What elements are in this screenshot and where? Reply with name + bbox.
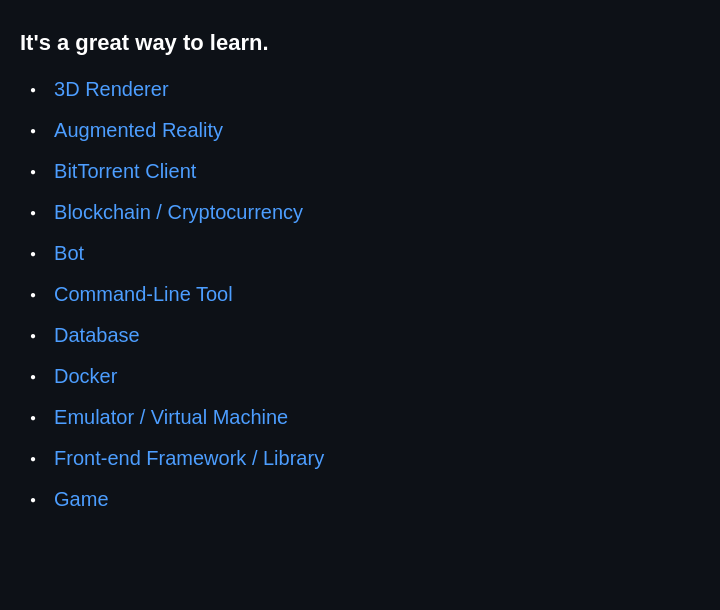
category-link-4[interactable]: Bot bbox=[54, 242, 84, 265]
list-item: ●Docker bbox=[30, 365, 700, 388]
list-item: ●Game bbox=[30, 488, 700, 511]
category-link-10[interactable]: Game bbox=[54, 488, 108, 511]
category-link-5[interactable]: Command-Line Tool bbox=[54, 283, 233, 306]
list-item: ●BitTorrent Client bbox=[30, 160, 700, 183]
list-item: ●Command-Line Tool bbox=[30, 283, 700, 306]
category-link-8[interactable]: Emulator / Virtual Machine bbox=[54, 406, 288, 429]
category-link-2[interactable]: BitTorrent Client bbox=[54, 160, 196, 183]
category-list: ●3D Renderer●Augmented Reality●BitTorren… bbox=[20, 78, 700, 511]
category-link-1[interactable]: Augmented Reality bbox=[54, 119, 223, 142]
bullet-icon: ● bbox=[30, 207, 36, 218]
bullet-icon: ● bbox=[30, 248, 36, 259]
list-item: ●Emulator / Virtual Machine bbox=[30, 406, 700, 429]
category-link-7[interactable]: Docker bbox=[54, 365, 117, 388]
page-heading: It's a great way to learn. bbox=[20, 30, 700, 56]
bullet-icon: ● bbox=[30, 494, 36, 505]
bullet-icon: ● bbox=[30, 84, 36, 95]
bullet-icon: ● bbox=[30, 412, 36, 423]
bullet-icon: ● bbox=[30, 371, 36, 382]
bullet-icon: ● bbox=[30, 330, 36, 341]
list-item: ●3D Renderer bbox=[30, 78, 700, 101]
bullet-icon: ● bbox=[30, 453, 36, 464]
list-item: ●Database bbox=[30, 324, 700, 347]
category-link-9[interactable]: Front-end Framework / Library bbox=[54, 447, 324, 470]
list-item: ●Augmented Reality bbox=[30, 119, 700, 142]
category-link-3[interactable]: Blockchain / Cryptocurrency bbox=[54, 201, 303, 224]
list-item: ●Front-end Framework / Library bbox=[30, 447, 700, 470]
category-link-6[interactable]: Database bbox=[54, 324, 140, 347]
bullet-icon: ● bbox=[30, 289, 36, 300]
bullet-icon: ● bbox=[30, 166, 36, 177]
bullet-icon: ● bbox=[30, 125, 36, 136]
category-link-0[interactable]: 3D Renderer bbox=[54, 78, 169, 101]
list-item: ●Blockchain / Cryptocurrency bbox=[30, 201, 700, 224]
list-item: ●Bot bbox=[30, 242, 700, 265]
